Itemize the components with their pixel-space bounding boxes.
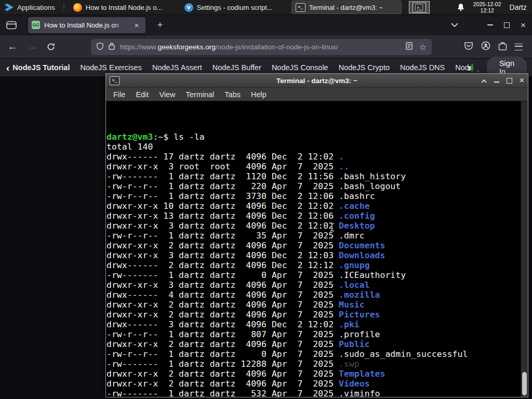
forward-button[interactable]: → (25, 40, 38, 54)
notification-bell-icon[interactable] (457, 3, 465, 11)
account-icon[interactable] (481, 41, 490, 52)
terminal-line: -rw-r--r-- 1 dartz dartz 3730 Dec 2 12:0… (107, 191, 521, 201)
url-domain: geeksforgeeks.org (158, 43, 216, 51)
terminal-line: drwx------ 17 dartz dartz 4096 Dec 2 12:… (107, 152, 521, 162)
lock-icon[interactable] (109, 42, 115, 51)
terminal-line: drwxr-xr-x 10 dartz dartz 4096 Dec 2 12:… (107, 201, 521, 211)
url-text: https://www.geeksforgeeks.org/node-js/in… (120, 43, 402, 51)
nav-link-nodejs-console[interactable]: NodeJS Console (272, 63, 328, 72)
terminal-line: -rw-r--r-- 1 dartz dartz 35 Apr 7 2025 .… (107, 231, 521, 241)
url-bar[interactable]: https://www.geeksforgeeks.org/node-js/in… (91, 39, 432, 55)
terminal-titlebar[interactable]: >_ Terminal - dartz@vm3: ~ × (106, 74, 528, 88)
user-menu[interactable]: Dartz (510, 3, 527, 11)
firefox-icon (73, 3, 82, 12)
terminal-line: -rw-r--r-- 1 dartz dartz 0 Apr 7 2025 .s… (107, 349, 521, 359)
tabbar-right-controls: × (451, 21, 532, 30)
close-button[interactable]: × (520, 76, 524, 85)
tab-title-fade (113, 18, 131, 32)
toolbar-right-icons (464, 41, 523, 52)
urlbar-actions: ☆ (406, 42, 427, 52)
terminal-line: -rw-r--r-- 1 dartz dartz 807 Apr 7 2025 … (107, 329, 521, 339)
nav-link-nodejs-exercises[interactable]: NodeJS Exercises (80, 63, 141, 72)
terminal-line: dartz@vm3:~$ ls -la (107, 132, 521, 142)
panel-clock[interactable]: 2025-12-02 12:12 (473, 1, 501, 14)
url-path: /node-js/installation-of-node-js-on-linu… (216, 43, 338, 51)
taskbar-item-codium-settings[interactable]: Settings - codium script... (180, 1, 290, 14)
pocket-icon[interactable] (464, 42, 473, 52)
nav-link-nodejs-buffer[interactable]: NodeJS Buffer (212, 63, 261, 72)
reload-button[interactable] (44, 40, 58, 54)
shield-icon[interactable] (96, 42, 104, 52)
minimize-button[interactable] (487, 24, 493, 25)
menu-file[interactable]: File (108, 90, 130, 99)
nav-scroll-left-icon[interactable]: ‹ (6, 63, 9, 73)
terminal-line: -rw------- 1 dartz dartz 1120 Dec 2 11:5… (107, 171, 521, 181)
terminal-line: drwxr-xr-x 2 dartz dartz 4096 Apr 7 2025… (107, 241, 521, 250)
xfce-top-panel: Applications How to Install Node.js o...… (0, 0, 532, 15)
extensions-puzzle-icon[interactable] (498, 42, 507, 52)
shade-button[interactable] (481, 76, 487, 85)
taskbar-item-firefox[interactable]: How to Install Node.js o... (69, 1, 179, 14)
workspace-window-thumbnail: >_ (413, 3, 426, 12)
bookmark-star-icon[interactable]: ☆ (419, 42, 427, 52)
browser-toolbar: ← → https://www.geeksforgeeks.org/node-j… (0, 35, 532, 59)
nav-link-nodejs-dns[interactable]: NodeJS DNS (400, 63, 445, 72)
terminal-line: drwxr-xr-x 3 root root 4096 Apr 7 2025 .… (107, 162, 521, 171)
terminal-line: drwx------ 3 dartz dartz 4096 Dec 2 12:0… (107, 320, 521, 329)
firefox-view-icon[interactable] (4, 17, 19, 33)
menu-edit[interactable]: Edit (130, 90, 154, 99)
list-all-tabs-chevron-icon[interactable] (451, 23, 458, 27)
terminal-line: drwxr-xr-x 2 dartz dartz 4096 Apr 7 2025… (107, 339, 521, 349)
nav-links: NodeJS Tutorial NodeJS Exercises NodeJS … (12, 63, 476, 72)
taskbar-item-terminal[interactable]: >_ Terminal - dartz@vm3: ~ (291, 1, 402, 14)
terminal-line: -rw------- 1 dartz dartz 532 Apr 7 2025 … (107, 389, 521, 397)
hamburger-menu-icon[interactable] (515, 44, 523, 50)
terminal-line: drwx------ 4 dartz dartz 4096 Apr 7 2025… (107, 290, 521, 300)
clock-time: 12:12 (473, 7, 501, 14)
distro-logo-icon (5, 4, 14, 11)
terminal-menubar: File Edit View Terminal Tabs Help (106, 88, 528, 101)
terminal-line: drwxr-xr-x 2 dartz dartz 4096 Apr 7 2025… (107, 379, 521, 389)
close-button[interactable]: × (521, 21, 526, 30)
codium-icon (184, 3, 193, 12)
url-prefix: https://www. (120, 43, 158, 51)
nav-link-nodejs-tutorial[interactable]: NodeJS Tutorial (12, 63, 70, 72)
terminal-body[interactable]: dartz@vm3:~$ ls -latotal 140drwx------ 1… (106, 101, 528, 397)
nav-link-nodejs-assert[interactable]: NodeJS Assert (152, 63, 202, 72)
terminal-line: drwxr-xr-x 3 dartz dartz 4096 Dec 2 12:0… (107, 250, 521, 260)
workspace-switcher[interactable]: >_ (409, 1, 430, 14)
minimize-button[interactable] (494, 82, 499, 83)
tab-how-to-install-nodejs[interactable]: GG How to Install Node.js on × (28, 17, 145, 33)
back-button[interactable]: ← (6, 40, 19, 54)
applications-menu-button[interactable]: Applications (0, 0, 60, 15)
menu-help[interactable]: Help (246, 90, 272, 99)
menu-view[interactable]: View (154, 90, 180, 99)
terminal-window: >_ Terminal - dartz@vm3: ~ × File Edit V… (105, 73, 528, 397)
terminal-line: drwxr-xr-x 2 dartz dartz 4096 Apr 7 2025… (107, 369, 521, 379)
terminal-line: drwx------ 2 dartz dartz 4096 Dec 2 12:1… (107, 260, 521, 270)
terminal-output[interactable]: dartz@vm3:~$ ls -latotal 140drwx------ 1… (107, 102, 521, 397)
tab-close-icon[interactable]: × (131, 20, 142, 30)
scrollbar-thumb[interactable] (522, 372, 527, 395)
nav-scroll-right-icon[interactable]: › (468, 62, 471, 73)
desktop: Applications How to Install Node.js o...… (0, 0, 532, 399)
menu-terminal[interactable]: Terminal (181, 90, 220, 99)
terminal-icon: >_ (296, 3, 305, 12)
maximize-button[interactable] (504, 22, 510, 28)
reader-mode-icon[interactable] (406, 42, 413, 51)
maximize-button[interactable] (507, 78, 512, 84)
search-icon[interactable] (471, 63, 473, 72)
mouse-ibeam-cursor (329, 222, 335, 232)
menu-tabs[interactable]: Tabs (219, 90, 246, 99)
applications-menu-label: Applications (17, 4, 55, 11)
terminal-scrollbar[interactable] (521, 101, 528, 397)
tab-bar: GG How to Install Node.js on × + × (0, 15, 532, 35)
nav-link-nodejs-crypto[interactable]: NodeJS Crypto (339, 63, 390, 72)
window-controls: × (487, 21, 526, 30)
panel-handle (63, 7, 64, 8)
new-tab-button[interactable]: + (153, 18, 167, 32)
terminal-line: drwxr-xr-x 2 dartz dartz 4096 Apr 7 2025… (107, 300, 521, 310)
clock-date: 2025-12-02 (473, 1, 501, 7)
terminal-line: drwxr-xr-x 2 dartz dartz 4096 Apr 7 2025… (107, 310, 521, 320)
terminal-line: drwxr-xr-x 3 dartz dartz 4096 Dec 2 12:0… (107, 221, 521, 231)
